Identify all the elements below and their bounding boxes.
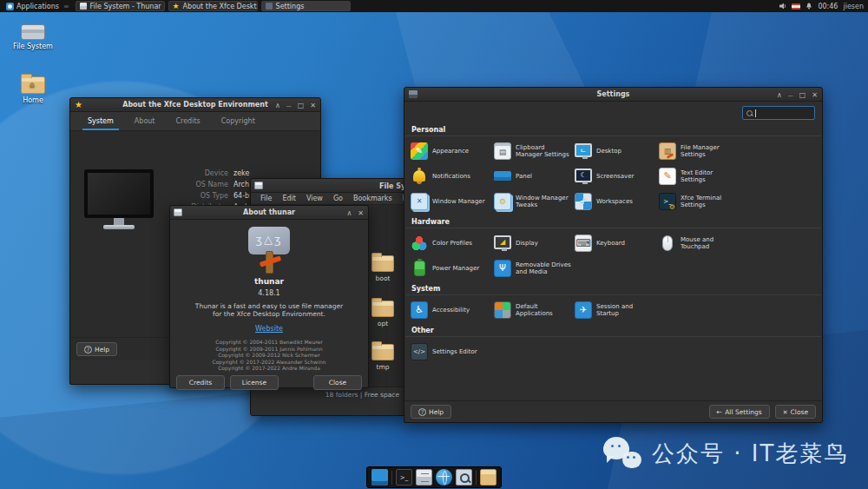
search-icon: [746, 110, 753, 116]
settings-item-desktop[interactable]: ᓚDesktop: [575, 138, 659, 163]
menu-bookmarks[interactable]: Bookmarks: [349, 195, 397, 202]
code-icon: [411, 343, 428, 360]
all-settings-button[interactable]: All Settings: [709, 405, 770, 419]
settings-item-display[interactable]: ◢Display: [494, 230, 575, 255]
settings-item-notifications[interactable]: Notifications: [411, 163, 494, 188]
settings-item-session-startup[interactable]: Session and Startup: [575, 297, 659, 322]
help-button[interactable]: ?Help: [411, 405, 451, 419]
file-manager-icon: [80, 3, 87, 10]
settings-item-clipboard-manager[interactable]: Clipboard Manager Settings: [494, 138, 575, 163]
minimize-icon[interactable]: [346, 209, 352, 217]
settings-item-accessibility[interactable]: Accessibility: [411, 297, 494, 322]
settings-item-settings-editor[interactable]: Settings Editor: [411, 339, 494, 364]
folder-opt[interactable]: opt: [364, 301, 402, 327]
section-header-personal: Personal: [405, 124, 821, 136]
tab-copyright[interactable]: Copyright: [211, 112, 266, 130]
dock-show-desktop-icon[interactable]: [372, 469, 388, 486]
device-value: zeke: [233, 168, 249, 179]
wechat-icon: [603, 437, 641, 470]
thunar-titlebar[interactable]: File System - Thunar: [251, 179, 404, 193]
dock-file-cabinet-icon[interactable]: [416, 469, 432, 486]
window-title: About thunar: [170, 208, 368, 216]
settings-item-file-manager-settings[interactable]: File Manager Settings: [659, 138, 822, 163]
settings-item-workspaces[interactable]: Workspaces: [575, 188, 659, 214]
settings-item-removable-drives[interactable]: Removable Drives and Media: [494, 255, 575, 281]
menu-file[interactable]: File: [256, 195, 276, 202]
website-link[interactable]: Website: [255, 325, 283, 333]
hide-icon[interactable]: [286, 102, 292, 109]
window-title: Settings: [404, 90, 822, 98]
file-drawer-hammer-icon: [659, 142, 676, 160]
volume-icon[interactable]: [779, 3, 786, 10]
close-icon: [783, 408, 788, 416]
applications-menu-button[interactable]: Applications: [3, 0, 62, 12]
tab-system[interactable]: System: [77, 112, 124, 130]
search-input[interactable]: [742, 106, 815, 120]
folder-boot[interactable]: boot: [364, 255, 402, 282]
user-name[interactable]: jiesen: [843, 3, 864, 10]
settings-item-text-editor-settings[interactable]: Text Editor Settings: [659, 163, 822, 188]
settings-item-keyboard[interactable]: Keyboard: [575, 230, 659, 255]
about-xfce-titlebar[interactable]: ★ About the Xfce Desktop Environment: [70, 98, 320, 112]
dock-web-browser-icon[interactable]: [436, 469, 452, 486]
menu-edit[interactable]: Edit: [278, 195, 300, 202]
desktop-icon-file-system[interactable]: File System: [8, 24, 58, 50]
settings-item-power-manager[interactable]: Power Manager: [411, 255, 494, 281]
settings-item-screensaver[interactable]: ☾Screensaver: [575, 163, 659, 188]
tab-about[interactable]: About: [124, 112, 166, 130]
terminal-icon: [659, 193, 676, 210]
settings-item-panel[interactable]: Panel: [494, 163, 575, 188]
settings-item-mouse-touchpad[interactable]: Mouse and Touchpad: [659, 230, 822, 255]
close-icon[interactable]: [812, 91, 818, 99]
help-button[interactable]: ?Help: [76, 342, 117, 356]
tab-credits[interactable]: Credits: [166, 112, 211, 130]
taskbar-window-settings[interactable]: Settings: [261, 1, 351, 11]
settings-item-default-applications[interactable]: Default Applications: [494, 297, 575, 322]
dock-search-icon[interactable]: [456, 469, 472, 486]
dock-separator: [476, 471, 477, 485]
taskbar-window-about-xfce[interactable]: ★ About the Xfce Desktop E...: [168, 1, 258, 11]
folder-icon: [372, 344, 394, 360]
window-title: File System - Thunar: [379, 182, 404, 190]
settings-item-window-manager-tweaks[interactable]: Window Manager Tweaks: [494, 188, 575, 214]
settings-item-xfce-terminal-settings[interactable]: Xfce Terminal Settings: [659, 188, 822, 214]
settings-item-appearance[interactable]: Appearance: [411, 138, 494, 163]
window-gear-icon: [494, 193, 511, 210]
settings-item-color-profiles[interactable]: Color Profiles: [411, 230, 494, 255]
close-button[interactable]: Close: [313, 375, 362, 390]
folder-tmp[interactable]: tmp: [364, 344, 402, 371]
minimize-icon[interactable]: [275, 102, 280, 109]
settings-titlebar[interactable]: Settings: [404, 88, 822, 102]
hide-icon[interactable]: [788, 91, 793, 99]
about-thunar-titlebar[interactable]: About thunar: [170, 206, 368, 220]
close-icon[interactable]: [310, 102, 316, 109]
about-xfce-tabs: System About Credits Copyright: [70, 112, 320, 131]
desktop-icon-home[interactable]: Home: [8, 76, 58, 104]
credits-button[interactable]: Credits: [176, 375, 225, 390]
maximize-icon[interactable]: [799, 91, 806, 99]
keyboard-layout-indicator[interactable]: [792, 3, 800, 10]
pencil-icon: [659, 168, 676, 185]
display-monitor-icon: ◢: [494, 235, 511, 249]
bell-icon: [411, 168, 428, 185]
notifications-bell-icon[interactable]: [806, 3, 812, 10]
about-thunar-dialog: About thunar ʒ△ʒ thunar 4.18.1 Thunar is…: [169, 205, 369, 388]
menu-go[interactable]: Go: [329, 195, 347, 202]
close-icon[interactable]: [358, 209, 364, 217]
clock[interactable]: 00:46: [818, 3, 838, 10]
settings-item-window-manager[interactable]: Window Manager: [411, 188, 494, 214]
license-button[interactable]: License: [230, 375, 279, 390]
thunar-hammer-handle: [266, 251, 273, 274]
close-button[interactable]: Close: [775, 405, 816, 419]
dock-separator: [391, 471, 392, 485]
dock-terminal-icon[interactable]: [396, 469, 412, 486]
text-caret: [755, 109, 756, 117]
dock-file-manager-icon[interactable]: [480, 469, 496, 486]
menu-view[interactable]: View: [302, 195, 327, 202]
clipboard-icon: [494, 142, 511, 160]
xfce-applications-icon: [6, 3, 14, 10]
minimize-icon[interactable]: [777, 91, 782, 99]
window-manager-icon: [411, 193, 428, 210]
maximize-icon[interactable]: [298, 102, 305, 109]
taskbar-window-thunar[interactable]: File System - Thunar: [76, 1, 165, 11]
